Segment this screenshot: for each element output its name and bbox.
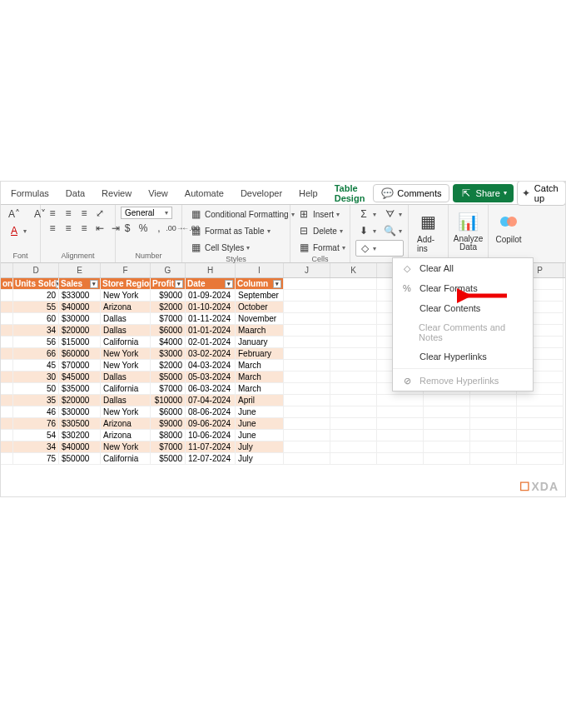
cell-date[interactable]: 01-01-2024 [186,325,236,337]
empty-cell[interactable] [470,453,517,465]
cell-profit[interactable]: $7000 [151,441,186,453]
cell-sales[interactable]: $30000 [59,406,101,418]
cell-region[interactable]: Dallas [101,313,151,325]
cell-profit[interactable]: $5000 [151,453,186,465]
th-units[interactable]: Units Sold▾ [13,278,59,290]
cell[interactable] [1,348,13,360]
insert-button[interactable]: ⊞Insert▾ [295,207,347,222]
empty-cell[interactable] [284,360,330,371]
cell-sales[interactable]: $70000 [59,360,101,371]
cell-date[interactable]: 09-06-2024 [186,418,236,430]
cell[interactable] [1,383,13,395]
cell-date[interactable]: 04-03-2024 [186,360,236,371]
cell[interactable] [1,360,13,371]
empty-cell[interactable] [284,290,330,302]
tab-help[interactable]: Help [290,185,326,202]
cell-units[interactable]: 54 [13,430,59,441]
delete-button[interactable]: ⊟Delete▾ [295,223,347,238]
accounting-icon[interactable]: $ [121,222,134,235]
cell-sales[interactable]: $50000 [59,453,101,465]
tab-developer[interactable]: Developer [232,185,290,202]
cell-region[interactable]: California [101,337,151,348]
cell-date[interactable]: 07-04-2024 [186,395,236,406]
cell[interactable] [1,337,13,348]
cell-units[interactable]: 66 [13,348,59,360]
cell[interactable] [1,290,13,302]
cell-profit[interactable]: $9000 [151,290,186,302]
cell-sales[interactable]: $40000 [59,441,101,453]
empty-cell[interactable] [517,453,564,465]
cell-region[interactable]: New York [101,441,151,453]
cell-sales[interactable]: $20000 [59,395,101,406]
cell-units[interactable]: 60 [13,313,59,325]
empty-cell[interactable] [284,325,330,337]
empty-cell[interactable] [284,337,330,348]
cell-date[interactable]: 01-09-2024 [186,290,236,302]
increase-font-button[interactable]: A˄ [6,207,28,222]
cell-region[interactable]: Arizona [101,302,151,313]
cell-profit[interactable]: $3000 [151,348,186,360]
th-on[interactable]: on▾ [1,278,13,290]
cell[interactable] [1,325,13,337]
cell-styles-button[interactable]: ▦Cell Styles▾ [187,240,296,255]
cell-month[interactable]: June [236,406,284,418]
percent-icon[interactable]: % [137,222,150,235]
tab-automate[interactable]: Automate [176,185,232,202]
empty-cell[interactable] [330,383,377,395]
cell-month[interactable]: November [236,313,284,325]
cell-profit[interactable]: $2000 [151,302,186,313]
col-header-f[interactable]: F [101,263,151,277]
cell-region[interactable]: California [101,453,151,465]
empty-cell[interactable] [330,278,377,290]
sort-filter-button[interactable]: ᗊ▾ [381,207,404,222]
empty-cell[interactable] [330,395,377,406]
cell[interactable] [1,395,13,406]
cell-date[interactable]: 01-11-2024 [186,313,236,325]
cell-sales[interactable]: $40000 [59,302,101,313]
empty-cell[interactable] [424,441,470,453]
th-column[interactable]: Column▾ [236,278,284,290]
empty-cell[interactable] [330,441,377,453]
clear-hyperlinks-item[interactable]: Clear Hyperlinks [393,347,533,366]
cell-sales[interactable]: $45000 [59,371,101,383]
empty-cell[interactable] [284,371,330,383]
cell-month[interactable]: Maarch [236,325,284,337]
conditional-formatting-button[interactable]: ▦Conditional Formatting▾ [187,207,296,222]
cell[interactable] [1,302,13,313]
empty-cell[interactable] [377,418,424,430]
cell[interactable] [1,406,13,418]
cell-region[interactable]: Dallas [101,395,151,406]
cell-profit[interactable]: $9000 [151,418,186,430]
cell-units[interactable]: 30 [13,371,59,383]
cell-sales[interactable]: $30500 [59,418,101,430]
col-header-g[interactable]: G [151,263,186,277]
cell-profit[interactable]: $6000 [151,325,186,337]
empty-cell[interactable] [330,337,377,348]
col-header-blank[interactable] [1,263,13,277]
cell-month[interactable]: February [236,348,284,360]
empty-cell[interactable] [470,441,517,453]
align-right-icon[interactable]: ≡ [77,222,91,235]
cell-region[interactable]: California [101,383,151,395]
align-center-icon[interactable]: ≡ [62,222,75,235]
number-format-select[interactable]: General ▾ [121,207,172,219]
col-header-e[interactable]: E [59,263,101,277]
cell[interactable] [1,371,13,383]
empty-cell[interactable] [284,441,330,453]
empty-cell[interactable] [377,441,424,453]
cell-region[interactable]: New York [101,290,151,302]
cell-date[interactable]: 10-06-2024 [186,430,236,441]
addins-button[interactable]: ▦ Add-ins [414,207,443,257]
empty-cell[interactable] [424,406,470,418]
empty-cell[interactable] [284,278,330,290]
cell-units[interactable]: 56 [13,337,59,348]
cell-month[interactable]: July [236,441,284,453]
empty-cell[interactable] [284,430,330,441]
empty-cell[interactable] [377,406,424,418]
empty-cell[interactable] [330,453,377,465]
cell-date[interactable]: 05-03-2024 [186,371,236,383]
empty-cell[interactable] [377,395,424,406]
empty-cell[interactable] [330,406,377,418]
cell-units[interactable]: 34 [13,325,59,337]
cell-profit[interactable]: $8000 [151,430,186,441]
